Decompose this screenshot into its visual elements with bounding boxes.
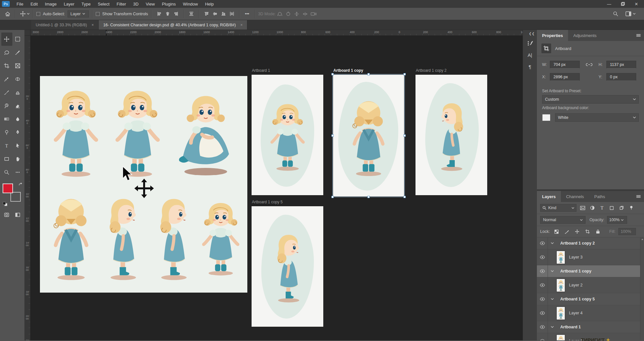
artboard-group-row[interactable]: Artboard 1 copy <box>537 265 644 277</box>
layer-row[interactable]: Layer 2 <box>537 277 644 293</box>
auto-select-target-dropdown[interactable]: Layer <box>68 10 89 18</box>
show-transform-checkbox[interactable] <box>96 12 100 16</box>
distribute-horizontal-icon[interactable] <box>228 10 236 18</box>
menu-plugins[interactable]: Plugins <box>158 2 180 6</box>
visibility-toggle[interactable] <box>537 237 548 249</box>
artboard-group-row[interactable]: Artboard 1 copy 5 <box>537 293 644 305</box>
expand-chevron-icon[interactable] <box>548 242 556 244</box>
lasso-tool[interactable] <box>1 46 12 59</box>
artboard-label[interactable]: Artboard 1 copy 2 <box>416 68 447 73</box>
eyedropper-tool[interactable] <box>1 72 12 86</box>
menu-layer[interactable]: Layer <box>60 2 78 6</box>
expand-chevron-icon[interactable] <box>548 298 556 300</box>
visibility-toggle[interactable] <box>537 333 548 340</box>
artboard-bg-color-dropdown[interactable]: White <box>555 113 639 122</box>
artboard-group-row[interactable]: Artboard 1 <box>537 321 644 333</box>
filter-kind-dropdown[interactable]: Kind <box>540 204 576 212</box>
menu-3d[interactable]: 3D <box>130 2 142 6</box>
3d-slide-icon[interactable] <box>301 10 309 18</box>
marquee-tool[interactable] <box>12 32 23 46</box>
panel-menu-icon[interactable] <box>636 30 644 41</box>
align-top-edges-icon[interactable] <box>202 10 211 18</box>
selection-handle[interactable] <box>331 73 334 75</box>
layer-thumbnail[interactable] <box>556 307 565 320</box>
x-field[interactable]: 2896 px <box>550 73 580 81</box>
align-right-edges-icon[interactable] <box>172 10 180 18</box>
filter-shape-layers-icon[interactable] <box>608 204 615 211</box>
artboard-1-copy-5[interactable]: Artboard 1 copy 5 <box>252 206 323 327</box>
height-field[interactable]: 1137 px <box>606 61 636 69</box>
layer-thumbnail[interactable] <box>556 279 565 292</box>
document-tab[interactable]: 16- Consistent Character design.psd @ 40… <box>99 20 248 30</box>
move-tool-preset-icon[interactable] <box>19 10 27 18</box>
reference-sheet-artboard[interactable] <box>40 76 247 293</box>
artboard-1-copy-2[interactable]: Artboard 1 copy 2 <box>415 75 487 195</box>
selection-handle[interactable] <box>403 196 406 198</box>
menu-view[interactable]: View <box>142 2 158 6</box>
artboard-bg-color-swatch[interactable] <box>542 114 551 121</box>
minimize-button[interactable]: — <box>607 2 611 6</box>
lock-artboard-nesting-icon[interactable] <box>584 228 591 235</box>
lock-position-icon[interactable] <box>574 228 581 235</box>
expand-chevron-icon[interactable] <box>548 326 556 328</box>
tab-close-icon[interactable]: × <box>240 23 242 27</box>
layer-row[interactable]: Layer 3 <box>537 249 644 265</box>
artboard-group-row[interactable]: Artboard 1 copy 2 <box>537 237 644 249</box>
menu-type[interactable]: Type <box>78 2 94 6</box>
menu-file[interactable]: File <box>13 2 27 6</box>
crop-tool[interactable] <box>1 59 12 72</box>
pen-tool[interactable] <box>12 126 23 139</box>
type-tool[interactable]: T <box>1 139 12 152</box>
filter-type-layers-icon[interactable]: T <box>598 204 606 211</box>
distribute-vertical-icon[interactable] <box>187 10 195 18</box>
3d-roll-icon[interactable] <box>284 10 292 18</box>
character-panel-icon[interactable]: A| <box>525 50 536 60</box>
selection-handle[interactable] <box>403 134 406 137</box>
hand-tool[interactable] <box>12 152 23 166</box>
quick-mask-button[interactable] <box>1 208 12 221</box>
artboard-label[interactable]: Artboard 1 copy 5 <box>252 200 283 204</box>
visibility-toggle[interactable] <box>537 277 548 293</box>
horizontal-ruler[interactable]: 3000280026002400220020001800160014001200… <box>31 30 523 36</box>
link-dimensions-icon[interactable] <box>580 63 599 67</box>
expand-panels-chevron-icon[interactable]: ❮❮ <box>527 31 537 37</box>
3d-pan-icon[interactable] <box>292 10 301 18</box>
filter-pixel-layers-icon[interactable] <box>579 204 586 211</box>
document-tab[interactable]: Untitled-1 @ 33.3% (RGB/8)× <box>31 20 99 30</box>
filter-adjustment-layers-icon[interactable] <box>588 204 596 211</box>
auto-select-checkbox[interactable] <box>36 12 40 16</box>
quick-selection-tool[interactable] <box>12 46 23 59</box>
expand-chevron-icon[interactable] <box>548 270 556 272</box>
menu-edit[interactable]: Edit <box>27 2 41 6</box>
tab-paths[interactable]: Paths <box>589 191 610 202</box>
canvas-area[interactable]: 3000280026002400220020001800160014001200… <box>25 30 523 340</box>
search-icon[interactable] <box>613 11 618 17</box>
visibility-toggle[interactable] <box>537 249 548 265</box>
restore-button[interactable] <box>621 2 625 6</box>
history-brush-tool[interactable] <box>1 99 12 112</box>
tab-layers[interactable]: Layers <box>537 191 561 202</box>
brush-settings-panel-icon[interactable] <box>525 38 536 48</box>
dodge-tool[interactable] <box>1 126 12 139</box>
rectangle-tool[interactable] <box>1 152 12 166</box>
frame-tool[interactable] <box>12 59 23 72</box>
ruler-origin-box[interactable] <box>25 30 31 36</box>
swap-colors-icon[interactable] <box>18 182 23 186</box>
filter-toggle-icon[interactable] <box>627 204 635 211</box>
align-vertical-centers-icon[interactable] <box>211 10 219 18</box>
3d-camera-icon[interactable] <box>309 10 318 18</box>
menu-select[interactable]: Select <box>94 2 113 6</box>
layer-row[interactable]: Layer 4 <box>537 305 644 321</box>
selection-handle[interactable] <box>331 134 334 137</box>
preset-dropdown[interactable]: Custom <box>542 95 639 104</box>
path-selection-tool[interactable] <box>12 139 23 152</box>
menu-help[interactable]: Help <box>202 2 217 6</box>
align-left-edges-icon[interactable] <box>155 10 163 18</box>
opacity-field[interactable]: 100% <box>607 216 627 224</box>
tab-properties[interactable]: Properties <box>537 30 568 41</box>
brush-tool[interactable] <box>1 86 12 99</box>
visibility-toggle[interactable] <box>537 293 548 305</box>
align-horizontal-centers-icon[interactable] <box>163 10 172 18</box>
menu-image[interactable]: Image <box>41 2 60 6</box>
width-field[interactable]: 704 px <box>550 61 580 69</box>
